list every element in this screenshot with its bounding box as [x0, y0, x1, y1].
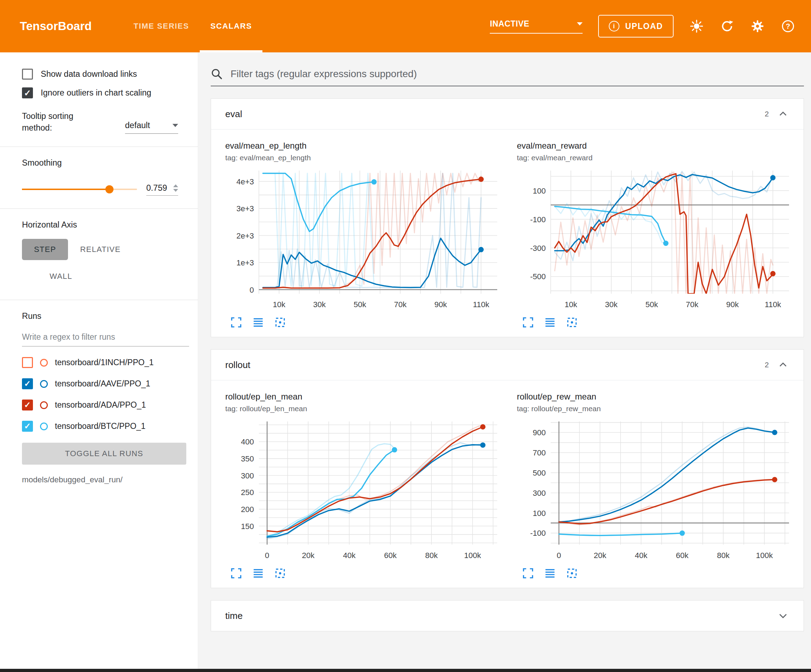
run-row-ada: tensorboard/ADA/PPO_1: [22, 394, 189, 416]
collapse-button[interactable]: [777, 108, 789, 120]
toggle-all-runs-button[interactable]: TOGGLE ALL RUNS: [22, 443, 186, 465]
svg-text:3e+3: 3e+3: [236, 204, 254, 213]
card-meta: [769, 609, 789, 622]
svg-text:0: 0: [250, 286, 254, 295]
settings-sidebar: Show data download links Ignore outliers…: [0, 52, 199, 672]
expand-button[interactable]: [777, 609, 789, 622]
svg-text:-100: -100: [530, 215, 545, 224]
help-button[interactable]: ?: [780, 19, 796, 34]
chart-canvas[interactable]: 020k40k60k80k100k-100100300500700900: [517, 416, 796, 567]
collapse-button[interactable]: [777, 359, 789, 371]
svg-text:-500: -500: [530, 272, 545, 281]
chart-tag: tag: eval/mean_reward: [517, 154, 796, 162]
chart-canvas[interactable]: 10k30k50k70k90k110k01e+32e+33e+34e+3: [225, 166, 504, 316]
upload-button[interactable]: i UPLOAD: [598, 15, 674, 37]
axis-relative-button[interactable]: RELATIVE: [68, 239, 132, 260]
header-controls: INACTIVE i UPLOAD: [490, 15, 796, 37]
chart-canvas[interactable]: 020k40k60k80k100k150200250300350400: [225, 416, 504, 567]
refresh-icon: [720, 19, 734, 33]
run-label[interactable]: tensorboard/1INCH/PPO_1: [55, 358, 154, 367]
tab-time-series[interactable]: TIME SERIES: [123, 0, 200, 52]
app-title: TensorBoard: [20, 19, 92, 33]
svg-text:30k: 30k: [605, 300, 618, 309]
toggle-y-axis-icon[interactable]: [544, 317, 556, 328]
smoothing-label: Smoothing: [22, 158, 189, 168]
chart-eval-mean-reward: eval/mean_reward tag: eval/mean_reward 1…: [517, 141, 796, 328]
horizontal-axis-buttons: STEP RELATIVE WALL: [22, 239, 174, 287]
fit-domain-icon[interactable]: [566, 317, 578, 328]
runs-list: tensorboard/1INCH/PPO_1 tensorboard/AAVE…: [22, 352, 189, 437]
fit-domain-icon[interactable]: [566, 567, 578, 579]
ignore-outliers-checkbox[interactable]: [22, 87, 33, 98]
toggle-y-axis-icon[interactable]: [252, 567, 264, 579]
svg-text:400: 400: [241, 437, 254, 446]
smoothing-value-input[interactable]: 0.759: [146, 183, 178, 196]
fit-domain-icon[interactable]: [274, 567, 286, 579]
help-icon: ?: [782, 20, 794, 32]
smoothing-slider-thumb[interactable]: [105, 185, 113, 193]
axis-wall-button[interactable]: WALL: [37, 266, 84, 287]
run-checkbox[interactable]: [22, 399, 33, 410]
card-meta: 2: [765, 108, 789, 120]
expand-chart-icon[interactable]: [230, 317, 242, 328]
bottom-edge-bar: [0, 669, 811, 672]
show-download-links-checkbox[interactable]: [22, 69, 33, 80]
run-checkbox[interactable]: [22, 357, 33, 368]
card-rollout: rollout 2 rollout/ep_len_mean tag: rollo…: [211, 349, 804, 588]
chart-toolbar: [225, 567, 504, 579]
run-label[interactable]: tensorboard/BTC/PPO_1: [55, 421, 146, 431]
card-meta: 2: [765, 359, 789, 371]
svg-text:700: 700: [533, 449, 546, 457]
theme-toggle-button[interactable]: [689, 19, 704, 34]
svg-text:100: 100: [533, 186, 546, 195]
run-row-1inch: tensorboard/1INCH/PPO_1: [22, 352, 189, 373]
fit-domain-icon[interactable]: [274, 317, 286, 328]
sun-icon: [690, 19, 703, 33]
axis-step-button[interactable]: STEP: [22, 239, 68, 260]
svg-text:110k: 110k: [765, 300, 781, 309]
tab-scalars[interactable]: SCALARS: [200, 0, 263, 52]
card-eval-body: eval/mean_ep_length tag: eval/mean_ep_le…: [211, 129, 804, 337]
svg-text:80k: 80k: [717, 551, 730, 560]
tooltip-sorting-select[interactable]: default: [125, 121, 178, 134]
chart-tag: tag: eval/mean_ep_length: [225, 154, 504, 162]
tooltip-sorting-value: default: [125, 121, 150, 130]
stepper-up-icon[interactable]: [173, 185, 178, 187]
tag-filter-row: [211, 68, 804, 86]
run-label[interactable]: tensorboard/AAVE/PPO_1: [55, 379, 150, 389]
smoothing-slider[interactable]: [22, 189, 137, 190]
card-eval: eval 2 eval/mean_ep_length tag: eval/mea…: [211, 98, 804, 337]
svg-text:200: 200: [241, 505, 254, 514]
run-checkbox[interactable]: [22, 378, 33, 389]
chart-canvas[interactable]: 10k30k50k70k90k110k-500-300-100100: [517, 166, 796, 316]
refresh-button[interactable]: [719, 19, 735, 34]
run-color-swatch: [40, 423, 48, 430]
run-label[interactable]: tensorboard/ADA/PPO_1: [55, 400, 146, 410]
runs-filter-input[interactable]: [22, 330, 189, 347]
smoothing-slider-fill: [22, 189, 109, 190]
card-title: eval: [225, 108, 242, 120]
stepper-down-icon[interactable]: [173, 189, 178, 192]
svg-text:50k: 50k: [353, 300, 366, 309]
settings-button[interactable]: [750, 19, 765, 34]
card-rollout-header: rollout 2: [211, 350, 804, 380]
chevron-up-icon: [778, 360, 788, 370]
main-content: eval 2 eval/mean_ep_length tag: eval/mea…: [199, 52, 811, 672]
card-title: rollout: [225, 359, 250, 371]
card-count: 2: [765, 110, 769, 118]
status-dropdown[interactable]: INACTIVE: [490, 19, 583, 34]
show-download-links-label[interactable]: Show data download links: [41, 69, 137, 79]
expand-chart-icon[interactable]: [230, 567, 242, 579]
toggle-y-axis-icon[interactable]: [252, 317, 264, 328]
expand-chart-icon[interactable]: [522, 317, 534, 328]
run-checkbox[interactable]: [22, 421, 33, 432]
chevron-down-icon: [577, 22, 583, 25]
chart-toolbar: [517, 317, 796, 328]
tag-filter-input[interactable]: [231, 68, 804, 80]
svg-text:250: 250: [241, 488, 254, 497]
svg-text:30k: 30k: [313, 300, 326, 309]
toggle-y-axis-icon[interactable]: [544, 567, 556, 579]
expand-chart-icon[interactable]: [522, 567, 534, 579]
show-download-links-row: Show data download links: [22, 69, 189, 80]
ignore-outliers-label[interactable]: Ignore outliers in chart scaling: [41, 88, 151, 98]
